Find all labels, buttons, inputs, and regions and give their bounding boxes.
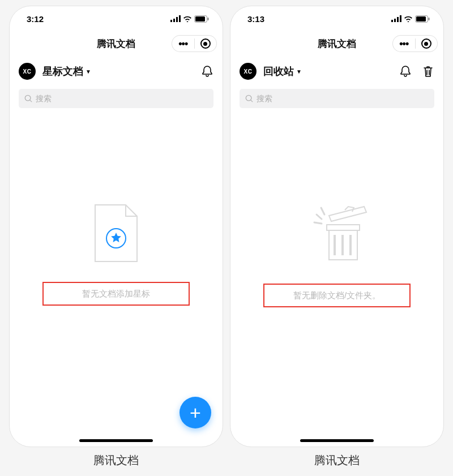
avatar[interactable]: XC xyxy=(19,63,36,80)
dots-icon: ••• xyxy=(178,38,187,50)
home-indicator xyxy=(79,439,153,442)
empty-state: 暂无文档添加星标 xyxy=(10,108,223,447)
search-icon xyxy=(245,95,253,102)
search-icon xyxy=(24,95,32,102)
search-input[interactable] xyxy=(36,94,208,103)
nav-row: XC 星标文档 ▼ xyxy=(10,56,223,87)
wifi-icon xyxy=(183,15,192,22)
status-bar: 3:12 xyxy=(10,6,223,31)
svg-line-18 xyxy=(251,100,253,102)
svg-rect-2 xyxy=(176,17,178,22)
status-icons xyxy=(170,15,209,23)
svg-line-8 xyxy=(30,100,32,102)
svg-rect-1 xyxy=(173,19,175,22)
page-name: 回收站 xyxy=(263,65,294,78)
home-indicator xyxy=(300,439,374,442)
svg-rect-11 xyxy=(394,19,396,22)
empty-message-box: 暂无删除文档/文件夹。 xyxy=(263,284,411,307)
avatar[interactable]: XC xyxy=(240,63,257,80)
svg-rect-16 xyxy=(429,18,430,20)
nav-icons xyxy=(399,65,434,78)
target-icon xyxy=(200,38,211,49)
empty-message: 暂无删除文档/文件夹。 xyxy=(293,290,381,301)
status-icons xyxy=(391,15,430,23)
title-bar: 腾讯文档 ••• xyxy=(230,31,443,56)
target-icon xyxy=(421,38,431,49)
svg-point-17 xyxy=(246,95,251,101)
capsule-menu-button[interactable]: ••• xyxy=(172,36,194,52)
nav-icons xyxy=(201,65,213,78)
signal-icon xyxy=(391,15,401,22)
empty-message: 暂无文档添加星标 xyxy=(82,289,150,299)
search-bar[interactable] xyxy=(240,89,434,108)
miniprogram-capsule: ••• xyxy=(392,35,438,52)
capsule-close-button[interactable] xyxy=(195,36,217,52)
svg-point-7 xyxy=(25,95,31,101)
page-selector[interactable]: 星标文档 ▼ xyxy=(42,65,194,78)
svg-line-19 xyxy=(317,215,322,219)
signal-icon xyxy=(170,15,181,22)
svg-line-21 xyxy=(321,208,324,215)
svg-rect-10 xyxy=(391,20,393,22)
search-input[interactable] xyxy=(257,94,429,103)
svg-rect-3 xyxy=(179,15,181,22)
svg-rect-13 xyxy=(400,15,401,22)
bell-icon xyxy=(400,65,411,78)
capsule-menu-button[interactable]: ••• xyxy=(393,36,415,52)
wifi-icon xyxy=(404,15,413,22)
phone-wrap-right: 3:13 腾讯文档 ••• XC 回收站 ▼ xyxy=(230,6,444,468)
nav-row: XC 回收站 ▼ xyxy=(230,56,443,87)
battery-icon xyxy=(194,15,209,23)
caption-left: 腾讯文档 xyxy=(93,453,139,468)
miniprogram-capsule: ••• xyxy=(172,35,217,52)
notifications-button[interactable] xyxy=(399,65,412,78)
chevron-down-icon: ▼ xyxy=(296,68,302,75)
capsule-close-button[interactable] xyxy=(416,36,438,52)
dots-icon: ••• xyxy=(399,38,408,50)
add-document-button[interactable]: + xyxy=(180,397,211,428)
page-name: 星标文档 xyxy=(42,65,83,78)
page-selector[interactable]: 回收站 ▼ xyxy=(263,65,392,78)
app-title: 腾讯文档 xyxy=(318,37,356,50)
star-document-icon xyxy=(92,204,140,265)
plus-icon: + xyxy=(190,403,201,422)
battery-icon xyxy=(415,15,430,23)
svg-line-20 xyxy=(314,222,322,224)
title-bar: 腾讯文档 ••• xyxy=(10,31,223,56)
svg-rect-6 xyxy=(208,18,209,20)
svg-rect-12 xyxy=(397,17,399,22)
bell-icon xyxy=(202,65,213,78)
caption-right: 腾讯文档 xyxy=(314,453,360,468)
empty-trash-button[interactable] xyxy=(422,65,434,78)
status-time: 3:12 xyxy=(27,14,44,24)
trash-bin-icon xyxy=(303,202,371,267)
phone-wrap-left: 3:12 腾讯文档 ••• XC 星标文档 ▼ xyxy=(9,6,223,468)
notifications-button[interactable] xyxy=(201,65,213,78)
empty-state: 暂无删除文档/文件夹。 xyxy=(230,108,443,447)
empty-message-box: 暂无文档添加星标 xyxy=(42,282,190,306)
phone-right: 3:13 腾讯文档 ••• XC 回收站 ▼ xyxy=(230,6,444,447)
search-bar[interactable] xyxy=(19,89,213,108)
svg-rect-22 xyxy=(327,225,360,230)
svg-rect-5 xyxy=(195,16,205,22)
phone-left: 3:12 腾讯文档 ••• XC 星标文档 ▼ xyxy=(9,6,223,447)
svg-rect-15 xyxy=(416,16,426,22)
status-bar: 3:13 xyxy=(230,6,443,31)
trash-icon xyxy=(422,65,434,78)
chevron-down-icon: ▼ xyxy=(86,68,91,75)
app-title: 腾讯文档 xyxy=(97,37,135,50)
svg-rect-0 xyxy=(170,20,172,22)
status-time: 3:13 xyxy=(247,14,264,24)
